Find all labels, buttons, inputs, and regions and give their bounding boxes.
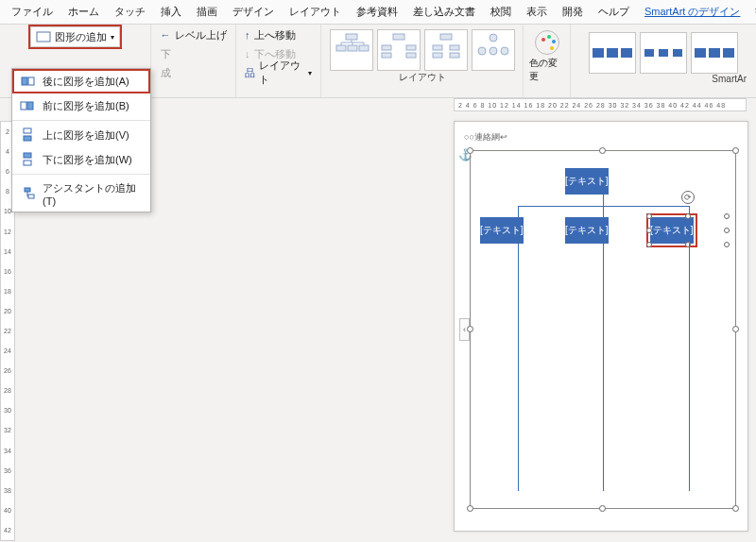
svg-rect-0 [37, 32, 50, 42]
menu-format[interactable]: 書式 [747, 2, 756, 22]
svg-rect-3 [348, 45, 357, 51]
svg-rect-28 [22, 77, 27, 85]
svg-point-20 [490, 34, 497, 42]
style-thumb-3[interactable] [691, 32, 738, 74]
chevron-down-icon: ▾ [308, 69, 312, 77]
page-title: ○○連絡網↩ [464, 131, 507, 144]
menu-bar: ファイル ホーム タッチ 挿入 描画 デザイン レイアウト 参考資料 差し込み文… [0, 0, 756, 25]
svg-point-24 [541, 38, 545, 42]
svg-rect-29 [28, 77, 34, 85]
level-down-cut: 下 [158, 45, 230, 62]
svg-rect-2 [336, 45, 346, 51]
menu-references[interactable]: 参考資料 [349, 2, 405, 22]
svg-rect-17 [450, 45, 459, 50]
palette-icon [535, 30, 559, 55]
ribbon: 図形の追加 ▾ ← レベル上げ 下 成 [0, 25, 756, 98]
add-shape-icon [36, 29, 51, 44]
add-shape-button[interactable]: 図形の追加 ▾ [30, 26, 120, 47]
svg-rect-37 [28, 195, 34, 198]
svg-point-25 [547, 35, 551, 39]
svg-point-22 [490, 47, 497, 55]
smartart-frame[interactable]: ‹ [テキスト] [テキスト] [テキスト] [テキスト] [470, 150, 736, 509]
chevron-down-icon: ▾ [111, 33, 114, 42]
smartart-group-label: SmartAr [712, 74, 750, 84]
smartart-styles-gallery[interactable] [589, 26, 738, 74]
menu-developer[interactable]: 開発 [555, 2, 591, 22]
move-up-button[interactable]: ↑ 上へ移動 [242, 26, 315, 43]
arrow-left-icon: ← [161, 29, 171, 41]
svg-rect-30 [21, 102, 26, 110]
add-shape-label: 図形の追加 [55, 30, 107, 44]
add-shape-dropdown: 後に図形を追加(A) 前に図形を追加(B) 上に図形を追加(V) 下に図形を追加… [11, 68, 151, 212]
svg-rect-11 [382, 45, 391, 50]
svg-rect-31 [27, 102, 33, 110]
svg-rect-18 [433, 53, 442, 58]
svg-rect-32 [24, 128, 31, 133]
svg-point-27 [550, 46, 554, 50]
add-shape-below[interactable]: 下に図形を追加(W) [12, 147, 150, 172]
layout-group-label: レイアウト [399, 71, 446, 84]
svg-rect-16 [433, 45, 442, 50]
shape-below-icon [20, 152, 35, 167]
menu-view[interactable]: 表示 [519, 2, 555, 22]
chart-node-root[interactable]: [テキスト] [565, 168, 609, 195]
layout-thumb-2[interactable] [377, 29, 421, 71]
svg-rect-33 [24, 136, 31, 141]
svg-rect-10 [393, 34, 404, 40]
svg-rect-1 [346, 34, 357, 40]
layout-thumb-4[interactable] [472, 29, 515, 71]
svg-rect-13 [382, 53, 391, 58]
add-shape-after[interactable]: 後に図形を追加(A) [12, 69, 150, 93]
shape-above-icon [20, 127, 35, 143]
layout-icon: 品 [245, 66, 255, 80]
svg-rect-35 [24, 161, 31, 165]
menu-mailings[interactable]: 差し込み文書 [405, 2, 483, 22]
svg-point-23 [501, 47, 508, 55]
org-chart: [テキスト] [テキスト] [テキスト] [テキスト] ⟳ [471, 151, 735, 508]
menu-design[interactable]: デザイン [225, 2, 282, 22]
layout-frame-cut: 成 [158, 64, 230, 81]
menu-help[interactable]: ヘルプ [591, 2, 637, 22]
svg-rect-14 [406, 53, 416, 58]
svg-rect-34 [24, 153, 31, 158]
layout-menu-button[interactable]: 品 レイアウト ▾ [242, 64, 315, 81]
add-shape-before[interactable]: 前に図形を追加(B) [12, 93, 150, 118]
add-assistant[interactable]: アシスタントの追加(T) [12, 177, 150, 212]
menu-smartart-design[interactable]: SmartArt のデザイン [637, 2, 747, 22]
color-change-button[interactable]: 色の変更 [529, 26, 564, 83]
svg-rect-36 [25, 188, 30, 192]
add-shape-above[interactable]: 上に図形を追加(V) [12, 123, 150, 147]
chart-node-2b[interactable]: [テキスト] [565, 217, 609, 244]
svg-rect-15 [440, 34, 452, 40]
menu-file[interactable]: ファイル [4, 2, 60, 22]
menu-home[interactable]: ホーム [60, 2, 107, 22]
horizontal-ruler: 2 4 6 8 10 12 14 16 18 20 22 24 26 28 30… [454, 98, 747, 111]
style-thumb-1[interactable] [589, 32, 636, 74]
layout-thumb-1[interactable] [330, 29, 373, 71]
arrow-down-icon: ↓ [245, 48, 250, 59]
level-up-button[interactable]: ← レベル上げ [158, 26, 230, 43]
svg-rect-12 [406, 45, 416, 50]
document-page: ○○連絡網↩ ⚓ ‹ [テキスト] [テキスト] [454, 121, 748, 532]
chart-node-2c-selected[interactable]: [テキスト] [650, 217, 694, 244]
menu-touch[interactable]: タッチ [107, 2, 153, 22]
layout-thumb-3[interactable] [424, 29, 468, 71]
svg-point-26 [552, 40, 556, 43]
menu-layout[interactable]: レイアウト [282, 2, 349, 22]
menu-review[interactable]: 校閲 [483, 2, 519, 22]
menu-insert[interactable]: 挿入 [153, 2, 189, 22]
shape-before-icon [20, 98, 35, 113]
rotate-handle[interactable]: ⟳ [681, 191, 695, 204]
chart-node-2a[interactable]: [テキスト] [480, 217, 524, 244]
svg-rect-4 [359, 45, 369, 51]
shape-after-icon [20, 74, 35, 89]
layout-gallery[interactable] [330, 26, 515, 71]
menu-draw[interactable]: 描画 [189, 2, 225, 22]
style-thumb-2[interactable] [640, 32, 687, 74]
svg-rect-19 [450, 53, 459, 58]
assistant-icon [20, 187, 35, 202]
arrow-up-icon: ↑ [245, 29, 250, 41]
svg-point-21 [478, 47, 486, 55]
